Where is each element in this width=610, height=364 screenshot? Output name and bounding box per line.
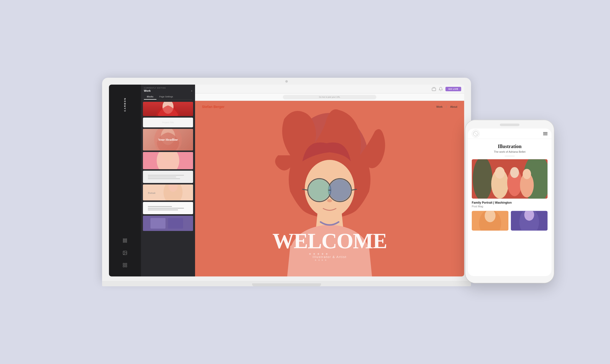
phone-divider [505, 156, 515, 156]
url-text: Go live to pick your URL [319, 96, 340, 98]
svg-rect-23 [432, 88, 436, 91]
laptop: CARBON [102, 78, 471, 286]
image-icon[interactable] [122, 249, 128, 256]
panel-blocks: Project Title Your Headline [141, 100, 195, 276]
panel-header: CURRENTLY EDITING Work › Blocks Page Set… [141, 85, 195, 100]
svg-point-4 [124, 252, 125, 253]
phone-thumbs-row [472, 211, 548, 230]
phone-screen: Illustration The work of Adriana Bellet [468, 128, 551, 276]
laptop-camera [285, 80, 288, 83]
phone-page-subtitle: The work of Adriana Bellet [472, 150, 548, 153]
layers-icon[interactable] [122, 237, 128, 244]
block-project-title-label: Project Title [162, 121, 174, 124]
svg-rect-6 [125, 263, 127, 265]
panel-currently-label: CURRENTLY EDITING [144, 87, 192, 89]
svg-rect-7 [123, 266, 125, 267]
block-item-text-light[interactable] [143, 171, 193, 183]
tab-page-settings[interactable]: Page Settings [156, 94, 176, 100]
welcome-subtitle: Illustrator & Artist [195, 255, 464, 259]
svg-line-38 [474, 132, 477, 135]
toolbar-icons: GO LIVE [432, 87, 461, 91]
svg-rect-22 [168, 218, 183, 229]
svg-rect-21 [151, 218, 166, 229]
website-link-work[interactable]: Work [436, 105, 442, 108]
hamburger-icon[interactable] [543, 132, 548, 135]
svg-point-45 [510, 167, 519, 178]
website-nav: Stefan Berger Work / About [195, 101, 464, 113]
preview-url-bar: Go live to pick your URL [195, 93, 464, 101]
laptop-base [102, 281, 471, 286]
sidebar: CARBON [109, 85, 141, 276]
phone-logo-circle [472, 130, 480, 137]
block-item-purple-art[interactable] [143, 216, 193, 231]
block-item-portrait[interactable] [143, 152, 193, 169]
website-link-about[interactable]: About [450, 105, 457, 108]
svg-point-41 [473, 159, 492, 198]
panel-page-name[interactable]: Work [144, 89, 151, 92]
scene: CARBON [34, 22, 576, 342]
block-item-text-dark[interactable] [143, 202, 193, 214]
website-brand: Stefan Berger [202, 105, 225, 109]
panel-page-row: Work › [144, 89, 192, 92]
go-live-button[interactable]: GO LIVE [445, 87, 461, 91]
preview-toolbar: GO LIVE [195, 85, 464, 93]
svg-point-47 [523, 169, 531, 179]
svg-text:Portrait: Portrait [148, 192, 155, 194]
svg-rect-5 [123, 263, 125, 265]
panel-arrow-icon[interactable]: › [191, 90, 192, 92]
phone-caption-sub: Post Mag [472, 205, 548, 208]
block-item-project-title[interactable]: Project Title [143, 118, 193, 127]
bell-icon[interactable] [439, 87, 443, 91]
laptop-body: CARBON [102, 78, 471, 281]
preview-area: GO LIVE Go live to pick your URL [195, 85, 464, 276]
sidebar-logo: CARBON [124, 97, 126, 112]
svg-point-43 [495, 167, 505, 179]
laptop-screen: CARBON [109, 85, 464, 276]
phone-main-image [472, 159, 548, 198]
svg-rect-2 [123, 242, 127, 242]
block-item-headline[interactable]: Your Headline [143, 129, 193, 151]
block-headline-text: Your Headline [157, 137, 179, 143]
phone-thumb-warm [472, 211, 508, 230]
sidebar-icons [122, 237, 128, 273]
block-item-portrait-2[interactable]: Portrait [143, 184, 193, 200]
phone-nav [468, 128, 551, 139]
laptop-screen-bezel: CARBON [109, 85, 464, 276]
panel-tabs: Blocks Page Settings [144, 94, 192, 100]
block-item-art-red[interactable] [143, 102, 193, 116]
phone-thumb-purple [511, 211, 548, 230]
svg-rect-1 [123, 240, 127, 241]
svg-point-29 [329, 179, 351, 201]
svg-rect-8 [125, 266, 127, 267]
responsive-icon[interactable] [432, 87, 436, 91]
welcome-text: WELCOME [195, 230, 464, 252]
svg-rect-0 [123, 239, 127, 240]
tab-blocks[interactable]: Blocks [144, 94, 156, 100]
phone-content: Illustration The work of Adriana Bellet [468, 139, 551, 230]
url-bar[interactable]: Go live to pick your URL [283, 95, 376, 99]
phone-notch [500, 123, 519, 126]
svg-point-33 [327, 199, 332, 202]
svg-point-28 [308, 179, 330, 201]
phone-page-title: Illustration [472, 144, 548, 149]
website-links: Work / About [436, 105, 457, 108]
website-link-sep: / [446, 105, 447, 108]
grid-icon[interactable] [122, 262, 128, 269]
mobile-phone: Illustration The work of Adriana Bellet [465, 120, 554, 283]
website-preview: Stefan Berger Work / About [195, 101, 464, 276]
phone-caption-title: Family Portrait | Washington [472, 201, 548, 204]
panel: CURRENTLY EDITING Work › Blocks Page Set… [141, 85, 195, 276]
svg-text:✦ ✦ ✦ ✦: ✦ ✦ ✦ ✦ [314, 258, 327, 262]
